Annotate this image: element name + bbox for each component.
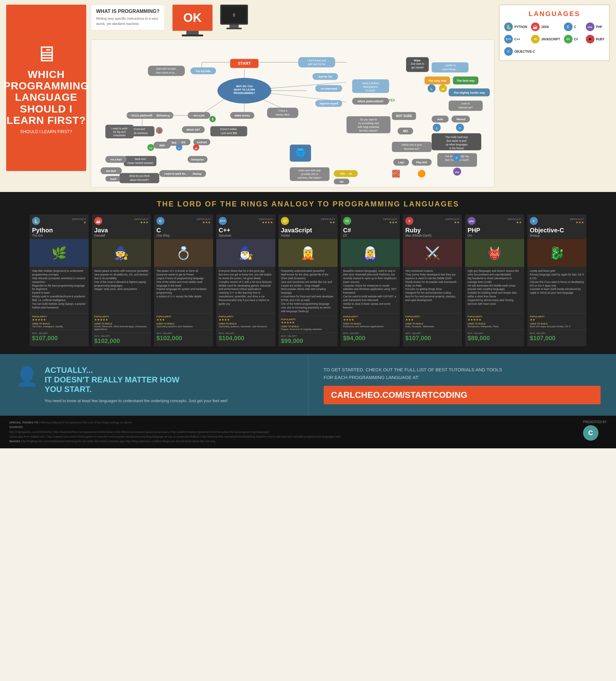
svg-text:WANT TO LEARN: WANT TO LEARN [234,88,255,91]
languages-panel: LANGUAGES 🐍 PYTHON ☕ JAVA C C [499,5,610,61]
lang-java-label: JAVA [541,25,549,29]
svg-text:PROGRAMMING?: PROGRAMMING? [233,92,255,95]
svg-text:WHY DO YOU: WHY DO YOU [236,85,253,88]
wip-heading: WHAT IS PROGRAMMING? [96,9,159,14]
svg-text:Start with Scratch,: Start with Scratch, [156,67,177,70]
svg-text:up other languages: up other languages [446,143,467,146]
svg-text:try something new: try something new [358,122,379,125]
lang-ruby-label: RUBY [596,37,605,41]
footer-logo: C [583,425,598,440]
svg-text:Lego: Lego [398,161,404,164]
card-php: php DIFFICULTY★★ PHP Orc 👹 Ugly guy (lan… [465,215,524,346]
ok-label: OK [183,11,202,25]
svg-text:in the future): in the future) [450,147,464,150]
svg-text:The really hard way: The really hard way [445,135,468,138]
lang-item-php: php PHP [586,23,605,31]
svg-text:real-time, like twitter?: real-time, like twitter? [298,176,322,179]
svg-text:idea/platform: idea/platform [363,85,378,89]
svg-text:Suck: Suck [110,177,117,181]
card-c: C DIFFICULTY★★★ C One Ring 💍 The power o… [154,215,213,346]
source-2: Salary data from Indeed.com | http://car… [9,435,341,438]
svg-text:I have a: I have a [278,109,287,112]
svg-text:Have a brilliant: Have a brilliant [362,82,379,85]
flowchart-area: START For my kids Start with Scratch, th… [91,40,494,187]
svg-text:Make money: Make money [235,114,250,117]
svg-text:🟠: 🟠 [417,170,426,178]
card-java: ☕ DIFFICULTY★★★ Java Gandalf 🧙 Wants pea… [92,215,151,346]
svg-text:Just want to: Just want to [411,62,425,65]
svg-text:START: START [238,61,251,66]
svg-text:$: $ [212,118,213,121]
what-is-programming-box: WHAT IS PROGRAMMING? Writing very specif… [91,5,165,30]
svg-text:YES → JS: YES → JS [340,172,352,175]
footer-logo-area: PRESENTED BY C [583,420,607,440]
svg-text:🐍: 🐍 [435,127,439,130]
images-label: IMAGES [9,440,20,443]
lang-item-cpp: C++ C++ [504,35,527,44]
svg-text:but less mature?: but less mature? [359,129,378,132]
lang-item-js: JS JAVASCRIPT [531,35,560,44]
desktop-monitor: ▐▌ [220,5,248,29]
svg-text:Play-Doh: Play-Doh [416,161,427,164]
svg-text:For my kids: For my kids [196,70,211,73]
svg-text:Which one is your: Which one is your [402,143,422,146]
svg-text:I want to work: I want to work [112,127,128,130]
lang-c-label: C [574,25,576,29]
svg-text:C#: C# [149,147,152,149]
svg-text:learn things...: learn things... [442,68,458,71]
main-subtitle: SHOULD I LEARN FIRST? [20,129,72,134]
svg-text:YES: YES [389,99,395,102]
lang-php-label: PHP [596,25,602,29]
svg-text:Nope.: Nope. [414,59,421,62]
svg-text:Front-end: Front-end [134,128,145,131]
footer: SPECIAL THANKS TO Prithiviraj Udayraj fo… [0,416,616,448]
images-credit: http://mightyjunks.com/media/2013/12/5ma… [21,440,215,443]
svg-text:provides info in: provides info in [301,173,318,176]
svg-text:🍎: 🍎 [158,129,161,133]
lang-cpp-label: C++ [514,37,520,41]
svg-text:with huge potential,: with huge potential, [357,125,380,128]
svg-text:The slightly harder way: The slightly harder way [454,91,485,94]
source-1: http://mightyjunks.com/2009/04/06 | http… [9,430,269,433]
svg-text:about Microsoft?: about Microsoft? [130,178,149,181]
monitor-icon: 🖥 [35,42,57,66]
languages-title: LANGUAGES [504,10,605,18]
svg-text:Just for fun: Just for fun [318,75,332,78]
svg-text:NO: NO [340,180,344,183]
footer-sources: SPECIAL THANKS TO Prithiviraj Udayraj fo… [9,420,341,444]
website-url[interactable]: CARLCHEO.COM/STARTCODING [324,386,601,404]
bottom-heading: ACTUALLY...IT DOESN'T REALLY MATTER HOWY… [45,365,228,395]
svg-text:('brain' behind website): ('brain' behind website) [127,161,153,165]
ok-monitor-display: OK [173,5,212,36]
bottom-right: TO GET STARTED, CHECK OUT THE FULL LIST … [308,354,616,416]
lang-item-objc: C OBJECTIVE-C [504,47,560,56]
lang-item-csharp: C# C# [564,35,582,44]
svg-text:(but easier to pick: (but easier to pick [446,139,467,142]
svg-text:☕: ☕ [195,147,198,149]
svg-text:companies: companies [113,134,126,137]
card-objc: C DIFFICULTY★★★ Objective-C Smaug 🐉 Lone… [527,215,586,346]
lang-item-python: 🐍 PYTHON [504,23,527,31]
svg-text:C: C [456,156,457,159]
svg-text:JS: JS [441,87,445,91]
svg-text:C: C [459,127,461,130]
svg-text:Startup: Startup [192,172,201,175]
card-python: 🐍 DIFFICULTY★ Python The Ent 🌿 Help litt… [30,215,89,346]
svg-text:🌐: 🌐 [296,148,306,157]
card-cpp: C++ DIFFICULTY★★★★ C++ Saruman 🧙‍♂️ Ever… [216,215,275,346]
svg-text:I don't know, just: I don't know, just [307,59,327,62]
card-csharp: C# DIFFICULTY★★★ C# Elf 🧝‍♀️ Beautiful c… [341,215,400,346]
card-javascript: JS DIFFICULTY★★ JavaScript Hobbit 🧝 Freq… [278,215,338,346]
svg-text:Improve myself: Improve myself [320,102,338,105]
card-ruby: ♥ DIFFICULTY★★ Ruby Man (Middle Earth) ⚔… [403,215,462,346]
svg-text:C: C [178,147,180,149]
lotr-title: THE LORD OF THE RINGS ANALOGY TO PROGRAM… [6,200,610,208]
svg-text:Web: Web [159,144,165,147]
svg-text:I just want $$$: I just want $$$ [221,132,237,135]
svg-text:🐍: 🐍 [430,87,433,91]
svg-text:iOS: iOS [181,141,186,144]
svg-text:Manual: Manual [457,118,465,121]
svg-text:The easy way: The easy way [428,79,446,82]
sources-label: SOURCES [9,426,23,429]
bottom-left: 👤 ACTUALLY...IT DOESN'T REALLY MATTER HO… [0,354,308,416]
